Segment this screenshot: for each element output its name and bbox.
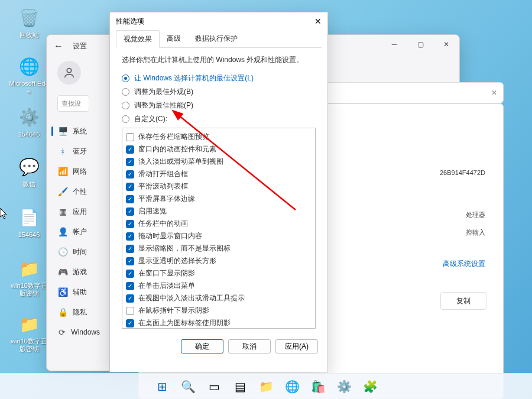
radio-0[interactable]: 让 Windows 选择计算机的最佳设置(L): [122, 73, 316, 83]
effect-9-checkbox: ✓: [126, 245, 134, 253]
nav-apps[interactable]: ▦应用: [57, 202, 100, 222]
desktop-icon-glyph: ⚙️: [17, 105, 41, 129]
nav-time-label: 时间: [73, 247, 87, 257]
effect-13[interactable]: ✓在视图中淡入淡出或滑动工具提示: [126, 292, 312, 304]
effect-15[interactable]: ✓在桌面上为图标标签使用阴影: [126, 317, 312, 329]
effect-14[interactable]: 在鼠标指针下显示阴影: [126, 304, 312, 317]
desktop-icon-5[interactable]: 📁win10数字正版密钥: [8, 257, 50, 297]
effect-2[interactable]: ✓淡入淡出或滑动菜单到视图: [126, 155, 312, 168]
perf-description: 选择你想在此计算机上使用的 Windows 外观和性能设置。: [122, 55, 316, 65]
desktop-icon-glyph: 📄: [17, 206, 41, 229]
radio-1[interactable]: 调整为最佳外观(B): [122, 87, 316, 97]
nav-gaming-label: 游戏: [73, 267, 87, 277]
effect-1[interactable]: ✓窗口内的动画控件和元素: [126, 143, 312, 155]
effect-0-checkbox: [126, 133, 134, 141]
taskbar-explorer[interactable]: 📁: [255, 375, 277, 398]
effect-4[interactable]: ✓平滑滚动列表框: [126, 180, 312, 193]
effect-10-checkbox: ✓: [126, 257, 134, 265]
desktop-icon-2[interactable]: ⚙️154646: [8, 105, 50, 138]
tab-0[interactable]: 视觉效果: [116, 30, 160, 48]
perf-close-button[interactable]: ✕: [314, 17, 322, 26]
effect-3[interactable]: ✓滑动打开组合框: [126, 168, 312, 180]
nav-accounts[interactable]: 👤帐户: [57, 222, 100, 242]
copy-button[interactable]: 复制: [440, 292, 486, 310]
desktop-icon-3[interactable]: 💬微信: [8, 155, 50, 188]
effect-11[interactable]: ✓在窗口下显示阴影: [126, 267, 312, 280]
taskbar-widgets[interactable]: ▤: [229, 375, 251, 398]
minimize-button[interactable]: ─: [381, 35, 407, 54]
desktop-icon-4[interactable]: 📄154646: [8, 206, 50, 239]
desktop-icon-glyph: 🗑️: [17, 6, 41, 30]
effect-2-label: 淡入淡出或滑动菜单到视图: [138, 157, 223, 167]
nav-update-icon: ⟳: [57, 327, 66, 337]
perf-titlebar: 性能选项 ✕: [110, 12, 327, 30]
taskbar-app[interactable]: 🧩: [359, 375, 381, 398]
effect-8[interactable]: ✓拖动时显示窗口内容: [126, 230, 312, 242]
desktop-icon-0[interactable]: 🗑️回收站: [8, 6, 50, 39]
device-id: 26B914F4472D: [440, 169, 485, 176]
nav-accounts-icon: 👤: [57, 227, 68, 236]
apply-button[interactable]: 应用(A): [275, 339, 318, 353]
effect-4-checkbox: ✓: [126, 183, 134, 191]
nav-accessibility[interactable]: ♿辅助: [57, 282, 100, 302]
nav-gaming-icon: 🎮: [57, 267, 68, 277]
radio-2[interactable]: 调整为最佳性能(P): [122, 100, 316, 111]
cancel-button[interactable]: 取消: [228, 339, 271, 353]
effect-9[interactable]: ✓显示缩略图，而不是显示图标: [126, 242, 312, 255]
effect-8-checkbox: ✓: [126, 232, 134, 241]
close-button[interactable]: ✕: [433, 35, 459, 54]
nav-update[interactable]: ⟳Windows: [57, 322, 100, 342]
taskbar-taskview[interactable]: ▭: [203, 375, 225, 398]
effect-12[interactable]: ✓在单击后淡出菜单: [126, 280, 312, 292]
nav-personalization-icon: 🖌️: [57, 187, 68, 196]
nav-privacy[interactable]: 🔒隐私: [57, 302, 100, 322]
maximize-button[interactable]: ▢: [407, 35, 433, 54]
effect-9-label: 显示缩略图，而不是显示图标: [138, 244, 231, 254]
effect-5-checkbox: ✓: [126, 195, 134, 203]
desktop-icon-1[interactable]: 🌐Microsoft Edge: [8, 54, 50, 95]
taskbar-start[interactable]: ⊞: [151, 375, 173, 398]
tab-2[interactable]: 数据执行保护: [188, 30, 245, 47]
taskbar-store[interactable]: 🛍️: [307, 375, 329, 398]
taskbar-search[interactable]: 🔍: [177, 375, 199, 398]
radio-1-indicator: [122, 88, 129, 96]
back-button[interactable]: ←: [54, 41, 63, 51]
mouse-cursor: [0, 208, 9, 222]
nav-system-icon: 🖥️: [57, 126, 68, 136]
tab-1[interactable]: 高级: [160, 30, 188, 47]
effect-5-label: 平滑屏幕字体边缘: [138, 194, 195, 204]
radio-2-indicator: [122, 102, 129, 109]
nav-gaming[interactable]: 🎮游戏: [57, 262, 100, 282]
nav-bluetooth[interactable]: ᚼ蓝牙: [57, 141, 100, 161]
effect-6[interactable]: ✓启用速览: [126, 205, 312, 218]
effect-10[interactable]: ✓显示亚透明的选择长方形: [126, 255, 312, 267]
nav-personalization-label: 个性: [73, 187, 87, 197]
effect-7-checkbox: ✓: [126, 220, 134, 228]
perf-tabs: 视觉效果高级数据执行保护: [116, 30, 322, 48]
ok-button[interactable]: 确定: [181, 339, 223, 353]
effect-0[interactable]: 保存任务栏缩略图预览: [126, 131, 312, 143]
effect-12-checkbox: ✓: [126, 282, 134, 290]
nav-system[interactable]: 🖥️系统: [57, 121, 100, 141]
desktop-icon-label: 微信: [8, 180, 50, 188]
taskbar-settings[interactable]: ⚙️: [333, 375, 355, 398]
inner-close[interactable]: ✕: [491, 89, 497, 97]
effects-list[interactable]: 保存任务栏缩略图预览✓窗口内的动画控件和元素✓淡入淡出或滑动菜单到视图✓滑动打开…: [122, 128, 316, 329]
effect-5[interactable]: ✓平滑屏幕字体边缘: [126, 193, 312, 205]
nav-bluetooth-label: 蓝牙: [73, 147, 87, 157]
radio-3[interactable]: 自定义(C):: [122, 114, 316, 124]
avatar[interactable]: [57, 61, 81, 85]
nav-personalization[interactable]: 🖌️个性: [57, 181, 100, 202]
taskbar-edge[interactable]: 🌐: [281, 375, 303, 398]
effect-7[interactable]: ✓任务栏中的动画: [126, 218, 312, 230]
desktop-icon-6[interactable]: 📁win10数字正版密钥: [8, 312, 50, 353]
search-input[interactable]: 查找设: [57, 95, 89, 112]
effect-1-label: 窗口内的动画控件和元素: [138, 144, 216, 154]
adv-system-link[interactable]: 高级系统设置: [443, 259, 485, 269]
desktop-icon-glyph: 📁: [17, 257, 41, 280]
nav-time[interactable]: 🕒时间: [57, 242, 100, 262]
nav-time-icon: 🕒: [57, 247, 68, 257]
nav-network[interactable]: 📶网络: [57, 161, 100, 181]
nav-accessibility-icon: ♿: [57, 287, 68, 297]
effect-13-label: 在视图中淡入淡出或滑动工具提示: [138, 293, 245, 303]
